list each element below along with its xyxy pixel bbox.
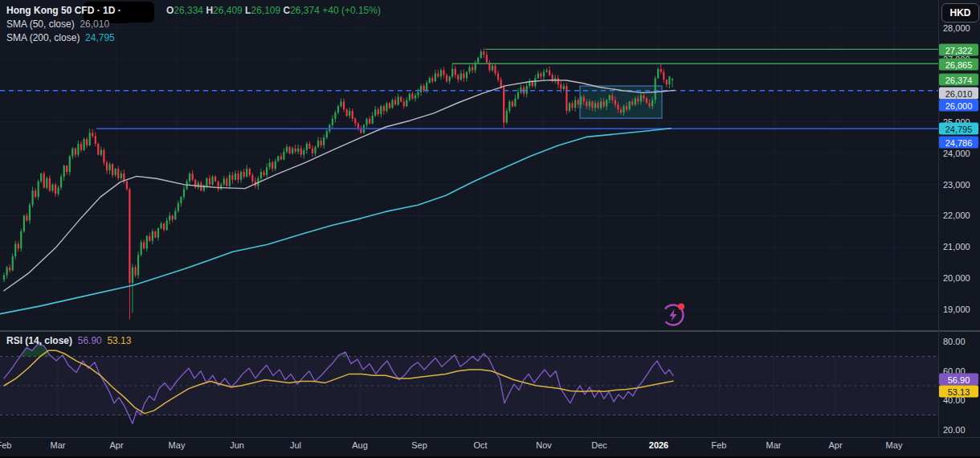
price-tick-label: 24,000	[943, 149, 970, 158]
time-axis-label-aug[interactable]: Aug	[352, 440, 368, 450]
candle-body	[166, 220, 168, 230]
candle-body	[152, 231, 153, 241]
time-axis-label-jul[interactable]: Jul	[290, 440, 301, 450]
time-axis-label-2026[interactable]: 2026	[649, 440, 668, 450]
rsi-badge: 53.13	[939, 386, 978, 398]
candle-body	[3, 275, 5, 280]
price-tick-label: 22,000	[943, 211, 970, 220]
candle-body	[115, 169, 116, 175]
candle-body	[112, 164, 113, 175]
time-axis-label-nov[interactable]: Nov	[536, 440, 552, 450]
candle-body	[120, 174, 122, 178]
candle-body	[369, 119, 370, 124]
candle-body	[655, 78, 656, 100]
candle-body	[411, 94, 413, 99]
time-axis-label-feb[interactable]: Feb	[0, 440, 11, 450]
time-axis-label-may[interactable]: May	[886, 440, 903, 450]
candle-body	[508, 101, 510, 111]
notification-dot	[678, 304, 684, 310]
candle-body	[18, 244, 19, 249]
candle-body	[75, 149, 76, 155]
candle-body	[643, 96, 644, 99]
price-badge: 26,865	[939, 59, 978, 71]
candle-body	[46, 178, 47, 188]
candle-body	[414, 96, 416, 99]
candle-body	[497, 73, 499, 80]
candle-body	[312, 149, 313, 153]
candle-body	[161, 223, 162, 228]
candle-body	[192, 174, 194, 180]
candle-body	[615, 100, 616, 105]
rsi-tick-label: 80.00	[943, 337, 966, 346]
lightning-alert-icon[interactable]	[659, 300, 688, 329]
candle-body	[32, 190, 34, 205]
candle-body	[537, 73, 539, 78]
candle-body	[235, 174, 236, 180]
time-axis-label-may[interactable]: May	[169, 440, 186, 450]
candle-body	[303, 150, 304, 155]
candle-body	[95, 136, 96, 144]
symbol-title[interactable]: Hong Kong 50 CFD · 1D ·	[6, 5, 121, 16]
candle-body	[251, 175, 253, 182]
pane-separator[interactable]	[0, 330, 980, 332]
rsi-tick-label: 20.00	[943, 425, 966, 435]
sma50-label[interactable]: SMA (50, close)	[6, 18, 75, 30]
time-axis-label-apr[interactable]: Apr	[109, 440, 123, 450]
candle-body	[666, 80, 668, 84]
time-axis-label-feb[interactable]: Feb	[712, 440, 727, 450]
candle-body	[143, 243, 145, 249]
candle-body	[606, 100, 607, 107]
candle-body	[209, 178, 210, 185]
candle-body	[109, 164, 111, 170]
candle-body	[580, 97, 582, 105]
candle-body	[306, 144, 308, 150]
time-axis-label-mar[interactable]: Mar	[766, 440, 782, 450]
time-axis-label-mar[interactable]: Mar	[51, 440, 66, 450]
candle-body	[200, 183, 202, 191]
lightning-bolt	[670, 309, 677, 322]
candle-body	[194, 180, 196, 188]
time-axis-label-sep[interactable]: Sep	[411, 440, 427, 450]
candle-body	[660, 69, 662, 72]
candle-body	[346, 109, 348, 116]
time-axis-label-oct[interactable]: Oct	[473, 440, 487, 450]
candle-body	[403, 101, 405, 106]
candle-body	[566, 86, 567, 111]
candle-body	[288, 147, 290, 153]
candle-body	[66, 166, 67, 172]
candle-body	[646, 99, 647, 104]
time-axis-label-jun[interactable]: Jun	[230, 440, 244, 450]
time-axis-label-dec[interactable]: Dec	[591, 440, 607, 450]
candle-body	[246, 169, 247, 177]
candle-body	[400, 97, 402, 102]
chart-canvas[interactable]	[0, 0, 980, 458]
candle-body	[300, 149, 302, 155]
candle-body	[540, 73, 541, 76]
currency-button[interactable]: HKD	[941, 3, 979, 22]
time-axis-label-apr[interactable]: Apr	[828, 440, 842, 450]
high-label: H	[206, 5, 213, 16]
sma200-label[interactable]: SMA (200, close)	[6, 32, 80, 43]
legend: Hong Kong 50 CFD · 1D · SMA (50, close) …	[6, 3, 121, 44]
price-badge: 24,795	[939, 123, 978, 135]
candle-body	[69, 157, 71, 173]
candle-body	[417, 92, 419, 96]
candle-body	[449, 76, 451, 81]
candle-body	[277, 157, 279, 162]
candle-body	[295, 149, 296, 152]
rsi-label[interactable]: RSI (14, close)	[6, 335, 72, 346]
candle-body	[549, 71, 550, 76]
candle-body	[49, 178, 51, 191]
candle-body	[9, 268, 10, 271]
candle-body	[6, 268, 8, 276]
candle-body	[383, 106, 385, 111]
candle-body	[260, 172, 262, 178]
candle-body	[494, 66, 496, 74]
candle-body	[97, 144, 99, 155]
time-axis-separator	[0, 437, 980, 438]
candle-body	[146, 236, 148, 249]
candle-body	[437, 73, 439, 76]
candle-body	[238, 174, 239, 180]
price-badge: 26,010	[939, 88, 978, 100]
candle-body	[365, 119, 367, 125]
